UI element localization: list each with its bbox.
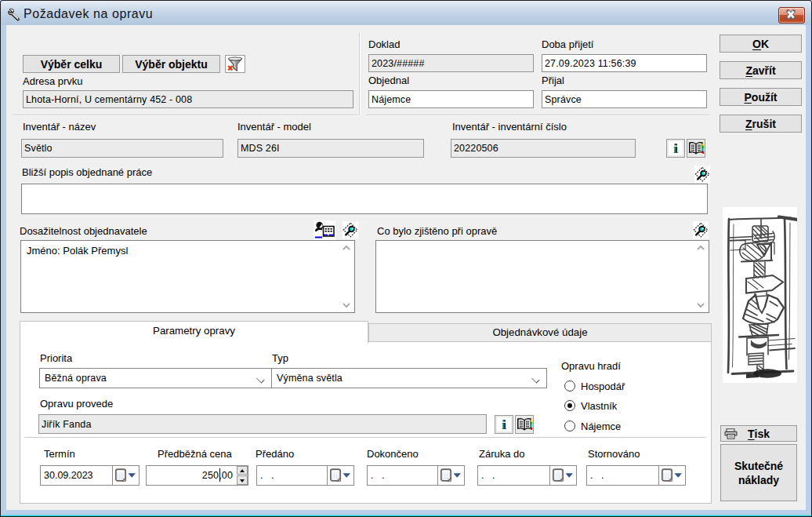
svg-text:i: i [502,417,506,432]
svg-text:i: i [673,141,677,156]
